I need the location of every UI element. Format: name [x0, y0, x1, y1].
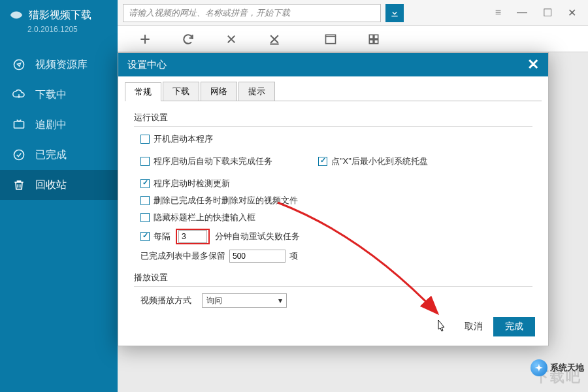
nav: 视频资源库 下载中 追剧中 已完成 回收站	[0, 43, 118, 200]
clear-icon[interactable]	[267, 31, 282, 47]
highlight-box	[176, 229, 210, 244]
dialog-titlebar: 设置中心 ✕	[118, 53, 548, 76]
tv-icon	[12, 118, 26, 132]
sidebar-item-label: 追剧中	[35, 118, 67, 132]
brand-title: 猎影视频下载	[29, 8, 91, 22]
delete-icon[interactable]	[223, 31, 239, 47]
search-button[interactable]	[385, 4, 404, 22]
svg-point-2	[14, 150, 24, 160]
max-keep-input[interactable]	[229, 250, 286, 263]
sidebar-item-label: 下载中	[35, 88, 67, 102]
toolbar	[118, 26, 588, 52]
refresh-icon[interactable]	[180, 31, 196, 47]
section-play-label: 播放设置	[134, 268, 532, 287]
topbar: 请输入视频的网址、名称或拼音，开始下载 ≡ — ☐ ✕	[118, 0, 588, 26]
checkbox-retry[interactable]	[140, 232, 150, 241]
tab-network[interactable]: 网络	[201, 82, 237, 101]
add-icon[interactable]	[137, 31, 153, 47]
cloud-download-icon	[12, 88, 26, 102]
svg-rect-8	[374, 39, 378, 43]
tab-download[interactable]: 下载	[163, 82, 199, 101]
minimize-icon[interactable]: —	[517, 7, 527, 19]
compass-icon	[12, 57, 26, 72]
grid-icon[interactable]	[366, 31, 382, 47]
svg-rect-1	[14, 122, 24, 128]
sidebar-item-label: 视频资源库	[35, 58, 88, 72]
tab-general[interactable]: 常规	[125, 82, 161, 101]
svg-rect-3	[391, 16, 397, 16]
checkbox-startup[interactable]	[140, 135, 150, 144]
svg-rect-7	[369, 39, 373, 43]
check-circle-icon	[12, 148, 26, 162]
sidebar-item-tracking[interactable]: 追剧中	[0, 110, 118, 140]
brand-logo-icon	[9, 8, 24, 22]
settings-dialog: 设置中心 ✕ 常规 下载 网络 提示 运行设置 开机启动本程序 程序启动后自动下…	[118, 52, 549, 346]
sidebar-item-label: 回收站	[35, 178, 67, 192]
checkbox-check-update[interactable]	[140, 179, 150, 188]
sidebar-item-downloading[interactable]: 下载中	[0, 80, 118, 110]
brand-version: 2.0.2016.1205	[9, 22, 108, 41]
close-icon[interactable]: ✕	[568, 7, 576, 19]
search-input[interactable]: 请输入视频的网址、名称或拼音，开始下载	[123, 4, 381, 22]
svg-rect-4	[326, 36, 336, 43]
play-mode-select[interactable]: 询问 ▾	[202, 293, 287, 308]
checkbox-hide-input[interactable]	[140, 213, 150, 222]
menu-icon[interactable]: ≡	[495, 7, 501, 19]
dialog-title: 设置中心	[127, 59, 167, 71]
svg-point-0	[14, 60, 24, 70]
maximize-icon[interactable]: ☐	[543, 7, 552, 19]
retry-interval-input[interactable]	[178, 230, 207, 243]
brand: 猎影视频下载 2.0.2016.1205	[0, 0, 118, 43]
dialog-tabs: 常规 下载 网络 提示	[118, 76, 548, 101]
svg-rect-6	[374, 35, 378, 39]
folder-icon[interactable]	[323, 31, 338, 47]
dialog-close-icon[interactable]: ✕	[527, 56, 539, 73]
sidebar-item-label: 已完成	[35, 148, 67, 162]
globe-icon: ✦	[531, 359, 547, 376]
tab-body: 运行设置 开机启动本程序 程序启动后自动下载未完成任务 点"X"后最小化到系统托…	[125, 101, 542, 310]
sidebar-item-completed[interactable]: 已完成	[0, 140, 118, 170]
sidebar-item-recycle[interactable]: 回收站	[0, 170, 118, 200]
site-badge: ✦ 系统天地	[531, 359, 584, 376]
chevron-down-icon: ▾	[278, 296, 282, 305]
sidebar: 猎影视频下载 2.0.2016.1205 视频资源库 下载中 追剧中 已完成	[0, 0, 118, 392]
cancel-button[interactable]: 取消	[465, 321, 483, 333]
checkbox-minimize[interactable]	[318, 157, 327, 166]
section-run-label: 运行设置	[134, 108, 532, 127]
checkbox-resume[interactable]	[140, 157, 150, 166]
sidebar-item-library[interactable]: 视频资源库	[0, 50, 118, 80]
checkbox-delete-file[interactable]	[140, 196, 150, 205]
trash-icon	[12, 178, 26, 192]
tab-tips[interactable]: 提示	[238, 82, 275, 101]
svg-rect-5	[369, 35, 373, 39]
done-button[interactable]: 完成	[493, 317, 535, 336]
